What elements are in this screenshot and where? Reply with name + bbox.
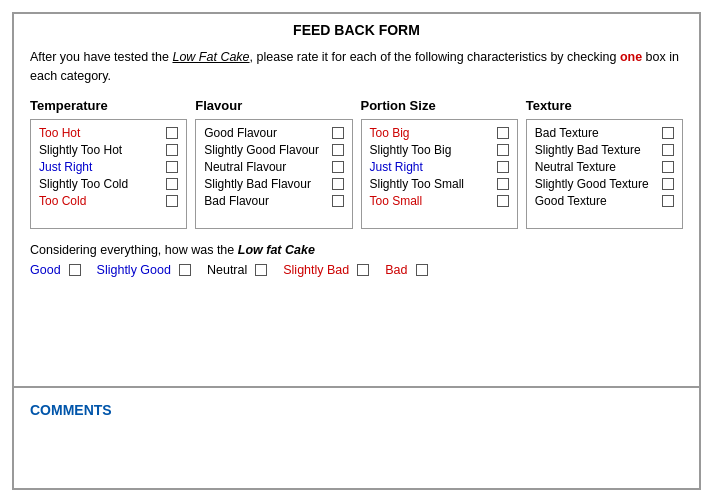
comments-label: COMMENTS — [30, 402, 683, 418]
category-item: Good Flavour — [204, 126, 343, 140]
overall-option-label: Slightly Good — [97, 263, 171, 277]
item-label: Bad Flavour — [204, 194, 269, 208]
category-item: Too Small — [370, 194, 509, 208]
item-label: Slightly Too Big — [370, 143, 452, 157]
overall-option-label: Neutral — [207, 263, 247, 277]
category-title-texture: Texture — [526, 98, 683, 113]
overall-options: GoodSlightly GoodNeutralSlightly BadBad — [30, 263, 683, 277]
overall-option: Slightly Bad — [283, 263, 369, 277]
item-checkbox[interactable] — [497, 195, 509, 207]
item-checkbox[interactable] — [166, 127, 178, 139]
category-item: Bad Flavour — [204, 194, 343, 208]
overall-option-label: Good — [30, 263, 61, 277]
category-item: Slightly Good Texture — [535, 177, 674, 191]
overall-option-checkbox[interactable] — [416, 264, 428, 276]
overall-option-checkbox[interactable] — [69, 264, 81, 276]
overall-option: Bad — [385, 263, 427, 277]
item-checkbox[interactable] — [497, 144, 509, 156]
item-label: Neutral Flavour — [204, 160, 286, 174]
item-label: Slightly Good Flavour — [204, 143, 319, 157]
item-checkbox[interactable] — [662, 144, 674, 156]
category-item: Neutral Texture — [535, 160, 674, 174]
category-item: Too Cold — [39, 194, 178, 208]
item-label: Neutral Texture — [535, 160, 616, 174]
item-label: Too Big — [370, 126, 410, 140]
item-checkbox[interactable] — [332, 161, 344, 173]
category-item: Just Right — [370, 160, 509, 174]
overall-question: Considering everything, how was the Low … — [30, 243, 683, 257]
item-label: Slightly Too Cold — [39, 177, 128, 191]
item-label: Slightly Too Hot — [39, 143, 122, 157]
item-checkbox[interactable] — [332, 195, 344, 207]
category-box-flavour: Good FlavourSlightly Good FlavourNeutral… — [195, 119, 352, 229]
form-container: FEED BACK FORM After you have tested the… — [12, 12, 701, 490]
intro-bold: one — [620, 50, 642, 64]
item-label: Too Hot — [39, 126, 80, 140]
form-title: FEED BACK FORM — [30, 22, 683, 38]
category-item: Just Right — [39, 160, 178, 174]
category-item: Too Hot — [39, 126, 178, 140]
category-title-portion_size: Portion Size — [361, 98, 518, 113]
item-checkbox[interactable] — [497, 178, 509, 190]
item-checkbox[interactable] — [662, 178, 674, 190]
category-item: Too Big — [370, 126, 509, 140]
item-label: Just Right — [370, 160, 423, 174]
category-item: Slightly Too Big — [370, 143, 509, 157]
categories-row: TemperatureToo HotSlightly Too HotJust R… — [30, 98, 683, 229]
item-checkbox[interactable] — [497, 127, 509, 139]
category-title-temperature: Temperature — [30, 98, 187, 113]
item-label: Just Right — [39, 160, 92, 174]
category-box-texture: Bad TextureSlightly Bad TextureNeutral T… — [526, 119, 683, 229]
category-item: Slightly Bad Texture — [535, 143, 674, 157]
category-item: Good Texture — [535, 194, 674, 208]
item-checkbox[interactable] — [662, 127, 674, 139]
overall-q-part1: Considering everything, how was the — [30, 243, 238, 257]
item-checkbox[interactable] — [662, 161, 674, 173]
category-box-portion_size: Too BigSlightly Too BigJust RightSlightl… — [361, 119, 518, 229]
overall-option-checkbox[interactable] — [255, 264, 267, 276]
item-label: Good Flavour — [204, 126, 277, 140]
category-texture: TextureBad TextureSlightly Bad TextureNe… — [526, 98, 683, 229]
overall-option-checkbox[interactable] — [179, 264, 191, 276]
item-label: Slightly Good Texture — [535, 177, 649, 191]
item-label: Too Small — [370, 194, 423, 208]
category-item: Slightly Good Flavour — [204, 143, 343, 157]
overall-product: Low fat Cake — [238, 243, 315, 257]
category-portion_size: Portion SizeToo BigSlightly Too BigJust … — [361, 98, 518, 229]
overall-option-label: Slightly Bad — [283, 263, 349, 277]
item-checkbox[interactable] — [166, 178, 178, 190]
item-label: Slightly Bad Flavour — [204, 177, 311, 191]
item-checkbox[interactable] — [332, 178, 344, 190]
category-item: Slightly Too Hot — [39, 143, 178, 157]
intro-text: After you have tested the Low Fat Cake, … — [30, 48, 683, 86]
item-label: Good Texture — [535, 194, 607, 208]
item-checkbox[interactable] — [166, 161, 178, 173]
top-section: FEED BACK FORM After you have tested the… — [14, 14, 699, 388]
overall-option-label: Bad — [385, 263, 407, 277]
category-item: Slightly Bad Flavour — [204, 177, 343, 191]
item-checkbox[interactable] — [332, 127, 344, 139]
category-box-temperature: Too HotSlightly Too HotJust RightSlightl… — [30, 119, 187, 229]
item-checkbox[interactable] — [332, 144, 344, 156]
category-item: Neutral Flavour — [204, 160, 343, 174]
overall-option: Slightly Good — [97, 263, 191, 277]
item-label: Slightly Too Small — [370, 177, 465, 191]
item-checkbox[interactable] — [662, 195, 674, 207]
overall-option-checkbox[interactable] — [357, 264, 369, 276]
overall-option: Good — [30, 263, 81, 277]
category-item: Slightly Too Small — [370, 177, 509, 191]
item-label: Slightly Bad Texture — [535, 143, 641, 157]
item-checkbox[interactable] — [166, 195, 178, 207]
item-label: Bad Texture — [535, 126, 599, 140]
category-item: Bad Texture — [535, 126, 674, 140]
category-item: Slightly Too Cold — [39, 177, 178, 191]
category-title-flavour: Flavour — [195, 98, 352, 113]
category-flavour: FlavourGood FlavourSlightly Good Flavour… — [195, 98, 352, 229]
intro-part1: After you have tested the — [30, 50, 172, 64]
bottom-section: COMMENTS — [14, 388, 699, 488]
item-checkbox[interactable] — [497, 161, 509, 173]
item-checkbox[interactable] — [166, 144, 178, 156]
overall-section: Considering everything, how was the Low … — [30, 243, 683, 277]
overall-option: Neutral — [207, 263, 267, 277]
intro-link[interactable]: Low Fat Cake — [172, 50, 249, 64]
